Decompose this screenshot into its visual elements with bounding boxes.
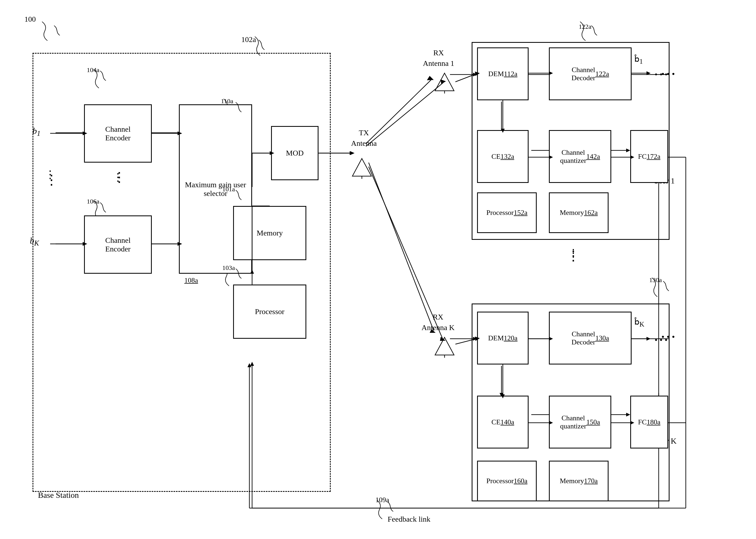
processor-160a: Processor160a: [477, 461, 537, 501]
ref-110a: 110a: [221, 98, 233, 105]
channel-decoder-122a: ChannelDecoder122a: [549, 47, 631, 100]
svg-marker-46: [352, 159, 371, 176]
rx-antennak-icon: [434, 336, 456, 358]
channel-quantizer-150a: Channelquantizer150a: [549, 396, 611, 448]
rx-antennak-label: RXAntenna K: [422, 312, 455, 333]
svg-marker-48: [435, 73, 454, 91]
ref-109a: 109a: [376, 496, 389, 504]
ref-100: 100: [24, 15, 36, 24]
rx-antenna1-label: RXAntenna 1: [423, 47, 454, 69]
dem-112a: DEM112a: [477, 47, 529, 100]
ref-103a: 103a: [222, 264, 235, 271]
dots-b: ⋮: [45, 168, 55, 181]
ref-106a: 106a: [87, 198, 100, 205]
fc-172a: FC172a: [630, 130, 668, 183]
svg-line-15: [369, 163, 434, 331]
svg-marker-12: [350, 151, 354, 155]
channel-encoder-k: ChannelEncoder: [84, 215, 152, 274]
bhat1-dots: •••: [661, 69, 677, 79]
svg-line-97: [366, 83, 443, 146]
bhatk-dots: •••: [661, 332, 677, 342]
diagram: 100 Base Station 102a b1 ⋮ bK 104a Chann…: [0, 0, 756, 539]
svg-marker-96: [350, 151, 355, 155]
base-station-label: Base Station: [38, 491, 79, 500]
tx-antenna-label: TXAntenna: [351, 127, 377, 148]
bk-label: bK: [30, 236, 39, 247]
ref-101a: 101a: [222, 186, 235, 193]
memory-170a: Memory170a: [549, 461, 609, 501]
dots-encoders: ⋮: [113, 171, 123, 184]
channel-decoder-130a: ChannelDecoder130a: [549, 312, 631, 364]
ce-132a: CE132a: [477, 130, 529, 183]
dem-120a: DEM120a: [477, 312, 529, 364]
feedback-link-label: Feedback link: [387, 515, 430, 523]
b1-label: b1: [33, 126, 41, 138]
tx-antenna-icon: [351, 157, 373, 179]
ref-104a: 104a: [87, 66, 100, 74]
dots-users: ⋮: [568, 247, 579, 259]
memory-101a: Memory: [233, 206, 306, 260]
bhat1-label: b̂1: [634, 54, 643, 65]
svg-marker-50: [435, 338, 454, 355]
fc-180a: FC180a: [630, 396, 668, 448]
rx-antenna1-icon: [434, 72, 456, 94]
channel-encoder-1: ChannelEncoder: [84, 104, 152, 163]
processor-152a: Processor152a: [477, 193, 537, 233]
bhatk-label: b̂K: [634, 317, 644, 328]
ref-130a: 130a: [649, 276, 662, 284]
ref-108a: 108a: [184, 276, 198, 284]
ref-102a: 102a: [241, 35, 256, 44]
channel-quantizer-142a: Channelquantizer142a: [549, 130, 611, 183]
processor-103a: Processor: [233, 284, 306, 339]
mod-box: MOD: [271, 126, 318, 180]
memory-162a: Memory162a: [549, 193, 609, 233]
ref-122a: 122a: [579, 23, 591, 30]
ce-140a: CE140a: [477, 396, 529, 448]
svg-marker-14: [427, 76, 434, 80]
